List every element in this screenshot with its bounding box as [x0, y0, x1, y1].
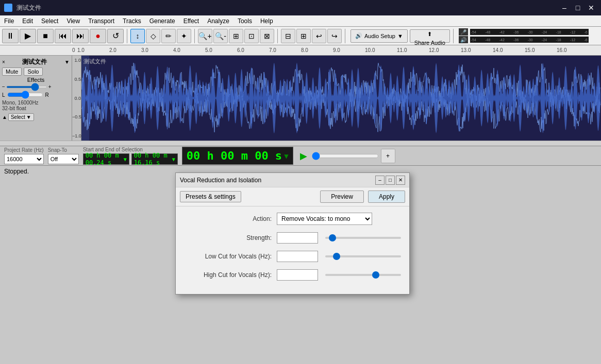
mic-icon: 🎤 — [459, 28, 468, 36]
record-button[interactable]: ● — [90, 29, 106, 43]
volume-slider[interactable] — [6, 86, 47, 88]
zoom-fit-button[interactable]: ⊡ — [244, 29, 259, 43]
minimize-button[interactable]: – — [559, 2, 570, 13]
separator-1 — [127, 29, 127, 43]
track-info: Mono, 16000Hz 32-bit float — [2, 100, 70, 111]
draw-tool[interactable]: ✏ — [161, 29, 176, 43]
next-button[interactable]: ⏭ — [72, 29, 89, 43]
maximize-button[interactable]: □ — [572, 2, 583, 13]
effects-button[interactable]: Effects — [2, 77, 70, 83]
menu-transport[interactable]: Transport — [84, 15, 119, 26]
output-meter-labels: -54-48-42-36-30-24-18-12-6 — [470, 38, 589, 42]
selection-end[interactable]: 00 h 00 m 16.16 s ▼ — [131, 153, 178, 165]
dialog-minimize-button[interactable]: – — [375, 176, 385, 185]
amp-neg-half: −0.5 — [72, 114, 81, 119]
close-button[interactable]: ✕ — [586, 2, 597, 13]
presets-settings-button[interactable]: Presets & settings — [180, 191, 241, 202]
low-cut-label: Low Cut for Vocals (Hz): — [184, 253, 272, 260]
select-dropdown-icon: ▼ — [26, 114, 31, 120]
waveform-canvas-area[interactable]: 测试文件 — [81, 56, 601, 141]
prev-button[interactable]: ⏮ — [55, 29, 71, 43]
menu-help[interactable]: Help — [256, 15, 277, 26]
volume-plus-icon: + — [48, 84, 52, 90]
dialog-close-button[interactable]: ✕ — [396, 176, 405, 185]
strength-row: Strength: 1.00 — [184, 232, 401, 244]
menu-tracks[interactable]: Tracks — [119, 15, 145, 26]
strength-slider-thumb[interactable] — [329, 234, 336, 241]
preview-button[interactable]: Preview — [320, 190, 364, 203]
pan-left-label: L — [2, 92, 5, 98]
ruler-3: 3.0 — [141, 47, 173, 53]
track-dropdown-button[interactable]: ▼ — [64, 59, 70, 65]
dialog-action-buttons: Preview Apply — [320, 190, 405, 203]
trim-button[interactable]: ⊟ — [281, 29, 295, 43]
dialog-title: Vocal Reduction and Isolation — [180, 177, 261, 184]
share-audio-button[interactable]: ⬆ Share Audio — [410, 29, 450, 43]
track-close-button[interactable]: × — [2, 59, 5, 65]
pause-button[interactable]: ⏸ — [2, 29, 19, 43]
low-cut-input[interactable]: 120.0 — [277, 251, 318, 262]
select-track-button[interactable]: Select ▼ — [8, 113, 34, 121]
high-cut-input[interactable]: 9000.0 — [277, 269, 318, 281]
strength-input[interactable]: 1.00 — [277, 232, 318, 244]
speaker-icon: 🔊 — [355, 32, 362, 39]
play-button[interactable]: ▶ — [20, 29, 36, 43]
low-cut-slider-thumb[interactable] — [333, 253, 340, 260]
app-icon — [4, 4, 12, 12]
high-cut-slider-thumb[interactable] — [372, 271, 379, 279]
ruler-6: 6.0 — [237, 47, 269, 53]
dialog-maximize-button[interactable]: □ — [386, 176, 395, 185]
zoom-out-button[interactable]: 🔍- — [213, 29, 228, 43]
transport-controls: ⏸ ▶ ■ ⏮ ⏭ ● ↺ — [2, 29, 124, 43]
loop-button[interactable]: ↺ — [107, 29, 124, 43]
menu-analyze[interactable]: Analyze — [203, 15, 233, 26]
select-tool[interactable]: ↕ — [130, 29, 145, 43]
pan-slider[interactable] — [7, 91, 43, 99]
toolbar: ⏸ ▶ ■ ⏮ ⏭ ● ↺ ↕ ◇ ✏ ✦ 🔍+ 🔍- ⊞ ⊡ ⊠ ⊟ ⊞ ↩ … — [0, 27, 601, 45]
envelope-tool[interactable]: ◇ — [146, 29, 160, 43]
silence-button[interactable]: ⊞ — [296, 29, 311, 43]
solo-button[interactable]: Solo — [24, 67, 42, 76]
title-bar: 测试文件 – □ ✕ — [0, 0, 601, 15]
mute-button[interactable]: Mute — [2, 67, 22, 76]
action-select[interactable]: Remove Vocals: to mono Isolate Vocals: t… — [277, 213, 372, 225]
project-rate-select[interactable]: 16000 44100 48000 — [4, 154, 44, 164]
output-meter-row: 🔊 -54-48-42-36-30-24-18-12-6 — [459, 36, 589, 43]
menu-edit[interactable]: Edit — [18, 15, 37, 26]
title-bar-controls: – □ ✕ — [559, 2, 597, 13]
multi-tool[interactable]: ✦ — [177, 29, 191, 43]
snap-to-select[interactable]: Off On — [48, 154, 79, 164]
zoom-in-button[interactable]: 🔍+ — [198, 29, 212, 43]
track-name: 测试文件 — [22, 58, 47, 66]
audio-setup-button[interactable]: 🔊 Audio Setup ▼ — [350, 29, 408, 43]
zoom-in-bottom-button[interactable]: + — [381, 149, 395, 163]
low-cut-row: Low Cut for Vocals (Hz): 120.0 — [184, 251, 401, 262]
ruler-15: 15.0 — [525, 47, 557, 53]
menu-tools[interactable]: Tools — [233, 15, 256, 26]
playback-position-slider[interactable] — [312, 152, 379, 160]
low-cut-slider-track — [325, 255, 401, 257]
volume-row: − + — [2, 84, 70, 90]
ruler-16: 16.0 — [557, 47, 589, 53]
timeline-ruler: 0 1.0 2.0 3.0 4.0 5.0 6.0 7.0 8.0 9.0 10… — [0, 45, 601, 56]
menu-generate[interactable]: Generate — [145, 15, 179, 26]
stop-button[interactable]: ■ — [37, 29, 54, 43]
redo-button[interactable]: ↪ — [327, 29, 342, 43]
menu-view[interactable]: View — [62, 15, 84, 26]
time-display: 00 h 00 m 00 s ▼ — [182, 147, 293, 165]
selection-start[interactable]: 00 h 00 m 00.24 s ▼ — [83, 153, 129, 165]
menu-select[interactable]: Select — [37, 15, 62, 26]
waveform-canvas — [81, 56, 601, 141]
ruler-4: 4.0 — [173, 47, 205, 53]
zoom-toggle-button[interactable]: ⊠ — [260, 29, 274, 43]
menu-effect[interactable]: Effect — [179, 15, 203, 26]
play-bottom-button[interactable]: ▶ — [297, 150, 310, 162]
menu-file[interactable]: File — [0, 15, 18, 26]
undo-button[interactable]: ↩ — [312, 29, 326, 43]
zoom-sel-button[interactable]: ⊞ — [229, 29, 243, 43]
horizontal-scrollbar[interactable] — [0, 141, 601, 146]
ruler-14: 14.0 — [493, 47, 525, 53]
apply-button[interactable]: Apply — [368, 190, 405, 203]
high-cut-row: High Cut for Vocals (Hz): 9000.0 — [184, 269, 401, 281]
track-mute-solo: Mute Solo — [2, 67, 70, 76]
